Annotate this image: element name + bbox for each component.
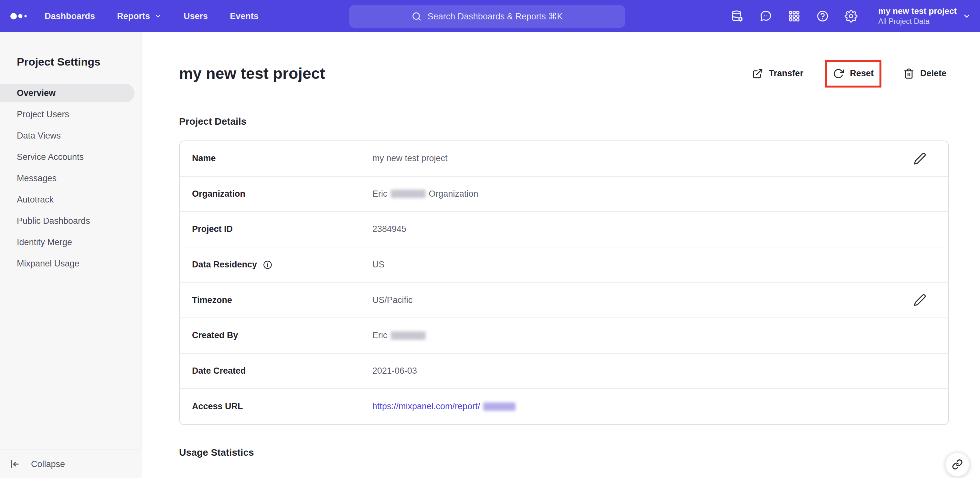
edit-pencil-icon[interactable] bbox=[913, 152, 926, 165]
nav-item[interactable]: Users bbox=[184, 11, 208, 21]
sidebar-item[interactable]: Overview bbox=[0, 84, 134, 102]
sidebar-item[interactable]: Public Dashboards bbox=[0, 211, 142, 230]
nav-right: my new test project All Project Data bbox=[731, 0, 971, 32]
link-icon bbox=[952, 459, 963, 470]
detail-row: Organization EricOrganization bbox=[180, 177, 948, 212]
detail-row-label: Access URL bbox=[192, 402, 372, 411]
project-details-heading: Project Details bbox=[179, 116, 949, 127]
detail-row-value: US/Pacific bbox=[372, 295, 913, 305]
sidebar-item[interactable]: Mixpanel Usage bbox=[0, 254, 142, 273]
sidebar-item[interactable]: Messages bbox=[0, 169, 142, 187]
detail-label-text: Organization bbox=[192, 189, 245, 199]
detail-row-label: Project ID bbox=[192, 224, 372, 234]
collapse-icon bbox=[9, 459, 20, 470]
detail-row-label: Created By bbox=[192, 330, 372, 340]
chevron-down-icon bbox=[963, 12, 971, 21]
sidebar-item[interactable]: Identity Merge bbox=[0, 233, 142, 252]
detail-row-value: US bbox=[372, 260, 948, 270]
detail-row: Created By Eric bbox=[180, 318, 948, 354]
sidebar-item-label: Identity Merge bbox=[17, 237, 72, 248]
messages-icon[interactable] bbox=[759, 10, 772, 22]
transfer-button[interactable]: Transfer bbox=[752, 68, 803, 79]
sidebar-item-label: Data Views bbox=[17, 131, 61, 141]
detail-row-value: https://mixpanel.com/report/ bbox=[372, 402, 948, 411]
transfer-icon bbox=[752, 68, 763, 79]
project-details-card: Name my new test project Organization Er… bbox=[179, 140, 949, 425]
sidebar-item-label: Overview bbox=[17, 88, 56, 98]
reset-button[interactable]: Reset bbox=[833, 68, 873, 79]
help-icon[interactable] bbox=[816, 10, 829, 22]
delete-button[interactable]: Delete bbox=[904, 68, 947, 79]
detail-label-text: Project ID bbox=[192, 224, 233, 234]
nav-item[interactable]: Dashboards bbox=[45, 11, 95, 21]
sidebar-item-label: Autotrack bbox=[17, 195, 54, 205]
sidebar-title: Project Settings bbox=[17, 56, 142, 68]
detail-row: Date Created 2021-06-03 bbox=[180, 354, 948, 389]
sidebar-item[interactable]: Autotrack bbox=[0, 190, 142, 209]
detail-row: Data Residency US bbox=[180, 248, 948, 283]
detail-label-text: Timezone bbox=[192, 295, 232, 305]
project-actions: Transfer Reset bbox=[752, 68, 947, 79]
mixpanel-logo-icon[interactable] bbox=[10, 8, 29, 24]
settings-sidebar: Project Settings Overview Project Users … bbox=[0, 32, 142, 478]
detail-row: Project ID 2384945 bbox=[180, 212, 948, 248]
sidebar-item-label: Service Accounts bbox=[17, 152, 84, 162]
current-project-scope: All Project Data bbox=[878, 17, 957, 27]
detail-row-value: EricOrganization bbox=[372, 189, 948, 199]
detail-label-text: Date Created bbox=[192, 366, 246, 376]
search-placeholder: Search Dashboards & Reports ⌘K bbox=[428, 11, 563, 22]
access-url-link[interactable]: https://mixpanel.com/report/ bbox=[372, 402, 519, 411]
nav-item-label: Events bbox=[230, 11, 259, 21]
sidebar-item-label: Messages bbox=[17, 173, 57, 183]
edit-pencil-icon[interactable] bbox=[913, 294, 926, 306]
top-navbar: Dashboards Reports Users Events Search D… bbox=[0, 0, 980, 32]
detail-row-label: Name bbox=[192, 153, 372, 164]
search-input[interactable]: Search Dashboards & Reports ⌘K bbox=[349, 5, 625, 28]
page-title: my new test project bbox=[179, 65, 325, 83]
transfer-label: Transfer bbox=[769, 68, 803, 78]
redacted-blur bbox=[483, 402, 515, 411]
sidebar-item-label: Public Dashboards bbox=[17, 216, 90, 226]
search-icon bbox=[412, 11, 422, 22]
detail-row-label: Date Created bbox=[192, 366, 372, 376]
detail-row-label: Organization bbox=[192, 189, 372, 199]
info-icon[interactable] bbox=[263, 260, 272, 270]
collapse-sidebar-button[interactable]: Collapse bbox=[0, 449, 142, 478]
sidebar-item-label: Project Users bbox=[17, 110, 69, 119]
current-project-name: my new test project bbox=[878, 6, 957, 17]
share-link-button[interactable] bbox=[945, 452, 970, 477]
sidebar-item[interactable]: Project Users bbox=[0, 105, 142, 124]
reset-icon bbox=[833, 68, 844, 79]
nav-item-label: Reports bbox=[117, 11, 150, 21]
reset-label: Reset bbox=[850, 68, 873, 78]
detail-row-value: my new test project bbox=[372, 153, 913, 164]
usage-statistics-heading: Usage Statistics bbox=[179, 447, 949, 458]
collapse-label: Collapse bbox=[31, 459, 65, 469]
nav-items: Dashboards Reports Users Events bbox=[45, 11, 259, 21]
detail-row-label: Data Residency bbox=[192, 260, 372, 270]
delete-label: Delete bbox=[920, 68, 947, 78]
sidebar-item[interactable]: Data Views bbox=[0, 126, 142, 145]
detail-row-value: Eric bbox=[372, 330, 948, 340]
delete-icon bbox=[904, 68, 915, 79]
detail-row: Timezone US/Pacific bbox=[180, 283, 948, 318]
project-switcher[interactable]: my new test project All Project Data bbox=[878, 6, 971, 27]
detail-label-text: Data Residency bbox=[192, 260, 257, 270]
data-management-icon[interactable] bbox=[731, 10, 744, 22]
sidebar-item-label: Mixpanel Usage bbox=[17, 259, 80, 269]
apps-grid-icon[interactable] bbox=[788, 10, 800, 22]
nav-item[interactable]: Events bbox=[230, 11, 259, 21]
main-content: my new test project Transfer bbox=[142, 32, 980, 478]
detail-row-value: 2021-06-03 bbox=[372, 366, 948, 376]
detail-row-label: Timezone bbox=[192, 295, 372, 305]
detail-label-text: Access URL bbox=[192, 402, 243, 411]
detail-label-text: Created By bbox=[192, 330, 238, 340]
nav-item-label: Dashboards bbox=[45, 11, 95, 21]
chevron-down-icon bbox=[154, 13, 162, 20]
redacted-blur bbox=[391, 190, 426, 198]
detail-label-text: Name bbox=[192, 153, 216, 164]
settings-gear-icon[interactable] bbox=[845, 10, 858, 22]
sidebar-item[interactable]: Service Accounts bbox=[0, 148, 142, 166]
detail-row: Access URL https://mixpanel.com/report/ bbox=[180, 389, 948, 424]
nav-item[interactable]: Reports bbox=[117, 11, 162, 21]
